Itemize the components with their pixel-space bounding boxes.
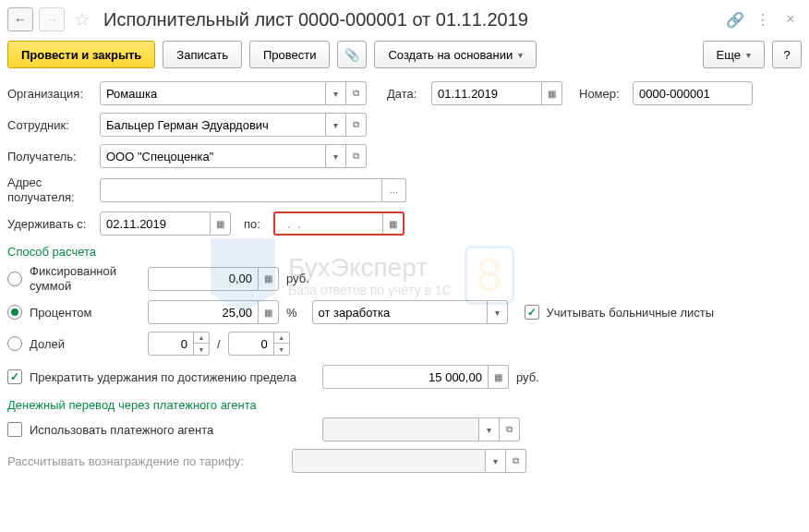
date-field[interactable]: ▦ <box>431 81 562 105</box>
back-button[interactable]: ← <box>7 7 33 31</box>
date-to-field[interactable]: ▦ <box>273 212 404 236</box>
save-button[interactable]: Записать <box>163 41 242 68</box>
close-icon[interactable]: × <box>779 8 802 30</box>
stepper[interactable]: ▲▼ <box>194 332 210 356</box>
organization-label: Организация: <box>7 87 92 101</box>
stepper[interactable]: ▲▼ <box>274 332 290 356</box>
recipient-label: Получатель: <box>7 150 92 163</box>
number-input[interactable] <box>633 81 753 105</box>
limit-amount-input[interactable] <box>322 365 489 389</box>
open-icon[interactable]: ⧉ <box>346 113 367 137</box>
agent-tariff-label: Рассчитывать вознаграждение по тарифу: <box>7 454 284 468</box>
attach-button[interactable]: 📎 <box>337 41 367 68</box>
stop-on-limit-checkbox[interactable] <box>7 369 22 384</box>
fraction-num-field[interactable]: ▲▼ <box>148 332 210 356</box>
forward-button[interactable]: → <box>39 7 65 31</box>
dropdown-icon[interactable]: ▾ <box>488 300 508 324</box>
rubles-label: руб. <box>516 370 539 384</box>
percent-base-input[interactable] <box>312 300 488 324</box>
date-from-input[interactable] <box>100 212 211 236</box>
recipient-address-label: Адресполучателя: <box>7 175 92 204</box>
limit-amount-field[interactable]: ▦ <box>322 365 509 389</box>
fraction-radio[interactable] <box>7 336 22 351</box>
use-agent-label: Использовать платежного агента <box>30 423 213 437</box>
fixed-sum-radio[interactable] <box>7 272 22 286</box>
page-title: Исполнительный лист 0000-000001 от 01.11… <box>100 9 718 30</box>
stop-on-limit-label: Прекратить удержания по достижению преде… <box>30 370 296 384</box>
recipient-address-input[interactable] <box>100 178 382 202</box>
consider-sick-checkbox[interactable] <box>525 305 539 320</box>
employee-label: Сотрудник: <box>7 118 92 132</box>
fraction-den-input[interactable] <box>228 332 274 356</box>
percent-label: Процентом <box>30 306 140 320</box>
use-agent-checkbox[interactable] <box>7 422 22 437</box>
recipient-input[interactable] <box>100 144 326 168</box>
consider-sick-label: Учитывать больничные листы <box>547 306 715 320</box>
employee-input[interactable] <box>100 113 326 137</box>
calc-method-title: Способ расчета <box>7 245 802 259</box>
percent-value-field[interactable]: ▦ <box>148 300 279 324</box>
agent-input[interactable] <box>322 417 479 441</box>
transfer-section-title: Денежный перевод через платежного агента <box>7 398 802 412</box>
dropdown-icon[interactable]: ▾ <box>326 144 346 168</box>
dropdown-icon[interactable]: ▾ <box>479 417 500 441</box>
withhold-from-label: Удерживать с: <box>7 217 92 231</box>
calc-icon[interactable]: ▦ <box>489 365 509 389</box>
calendar-icon[interactable]: ▦ <box>211 212 231 236</box>
percent-sign: % <box>286 306 297 320</box>
dropdown-icon[interactable]: ▾ <box>486 449 506 473</box>
organization-input[interactable] <box>100 81 326 105</box>
kebab-icon[interactable]: ⋮ <box>752 8 774 30</box>
tariff-input[interactable] <box>292 449 486 473</box>
fixed-sum-label: Фиксированнойсуммой <box>30 264 140 293</box>
date-label: Дата: <box>387 87 424 101</box>
post-and-close-button[interactable]: Провести и закрыть <box>7 41 155 68</box>
date-input[interactable] <box>431 81 542 105</box>
slash: / <box>217 337 221 351</box>
organization-field[interactable]: ▾ ⧉ <box>100 81 367 105</box>
date-to-input[interactable] <box>275 213 382 234</box>
more-button[interactable]: Еще <box>703 41 765 68</box>
dropdown-icon[interactable]: ▾ <box>326 81 346 105</box>
link-icon[interactable]: 🔗 <box>724 8 746 30</box>
employee-field[interactable]: ▾ ⧉ <box>100 113 367 137</box>
agent-field[interactable]: ▾ ⧉ <box>322 417 520 441</box>
paperclip-icon: 📎 <box>344 48 359 62</box>
to-label: по: <box>244 217 260 231</box>
tariff-field[interactable]: ▾ ⧉ <box>292 449 526 473</box>
fraction-label: Долей <box>30 337 140 351</box>
number-label: Номер: <box>579 87 625 101</box>
favorite-icon[interactable]: ☆ <box>70 7 94 31</box>
fraction-den-field[interactable]: ▲▼ <box>228 332 290 356</box>
help-button[interactable]: ? <box>772 41 802 68</box>
percent-value-input[interactable] <box>148 300 259 324</box>
recipient-field[interactable]: ▾ ⧉ <box>100 144 367 168</box>
calendar-icon[interactable]: ▦ <box>382 213 403 234</box>
window-header: ← → ☆ Исполнительный лист 0000-000001 от… <box>7 7 802 31</box>
recipient-address-field[interactable]: … <box>100 178 406 202</box>
open-icon[interactable]: ⧉ <box>346 144 367 168</box>
open-icon[interactable]: ⧉ <box>506 449 526 473</box>
dropdown-icon[interactable]: ▾ <box>326 113 346 137</box>
post-button[interactable]: Провести <box>249 41 331 68</box>
fraction-num-input[interactable] <box>148 332 194 356</box>
calc-icon[interactable]: ▦ <box>259 300 279 324</box>
date-from-field[interactable]: ▦ <box>100 212 231 236</box>
calc-icon[interactable]: ▦ <box>259 267 279 291</box>
ellipsis-icon[interactable]: … <box>382 178 406 202</box>
rubles-label: руб. <box>286 272 309 285</box>
fixed-amount-input[interactable] <box>148 267 259 291</box>
percent-base-field[interactable]: ▾ <box>312 300 508 324</box>
fixed-amount-field[interactable]: ▦ <box>148 267 279 291</box>
calendar-icon[interactable]: ▦ <box>542 81 562 105</box>
create-based-button[interactable]: Создать на основании <box>374 41 537 68</box>
open-icon[interactable]: ⧉ <box>346 81 367 105</box>
percent-radio[interactable] <box>7 305 22 320</box>
toolbar: Провести и закрыть Записать Провести 📎 С… <box>7 41 802 68</box>
open-icon[interactable]: ⧉ <box>500 417 520 441</box>
